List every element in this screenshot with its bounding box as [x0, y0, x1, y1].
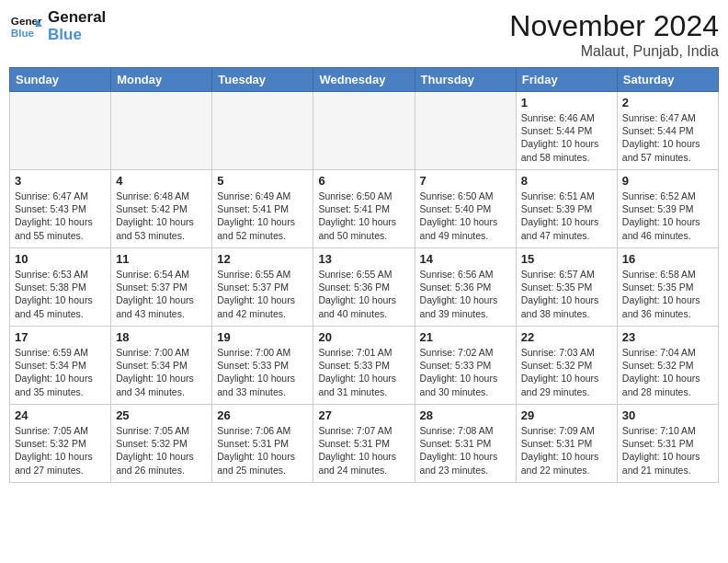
weekday-header: Friday	[516, 68, 617, 92]
weekday-header: Saturday	[617, 68, 718, 92]
day-number: 26	[217, 408, 308, 422]
day-info: Sunrise: 6:50 AM Sunset: 5:41 PM Dayligh…	[318, 190, 409, 242]
day-info: Sunrise: 7:07 AM Sunset: 5:31 PM Dayligh…	[318, 424, 409, 477]
calendar-cell	[415, 92, 516, 170]
day-number: 1	[521, 96, 612, 109]
calendar-cell: 3Sunrise: 6:47 AM Sunset: 5:43 PM Daylig…	[10, 170, 111, 248]
day-info: Sunrise: 6:48 AM Sunset: 5:42 PM Dayligh…	[116, 190, 207, 242]
calendar-cell: 20Sunrise: 7:01 AM Sunset: 5:33 PM Dayli…	[313, 327, 415, 405]
calendar-cell: 27Sunrise: 7:07 AM Sunset: 5:31 PM Dayli…	[313, 405, 415, 483]
day-info: Sunrise: 7:03 AM Sunset: 5:32 PM Dayligh…	[521, 346, 612, 398]
calendar-cell: 2Sunrise: 6:47 AM Sunset: 5:44 PM Daylig…	[617, 92, 718, 170]
calendar-cell: 14Sunrise: 6:56 AM Sunset: 5:36 PM Dayli…	[415, 248, 516, 327]
day-info: Sunrise: 6:47 AM Sunset: 5:43 PM Dayligh…	[15, 190, 106, 242]
calendar-cell	[111, 92, 212, 170]
day-info: Sunrise: 7:00 AM Sunset: 5:33 PM Dayligh…	[217, 346, 308, 398]
weekday-header-row: SundayMondayTuesdayWednesdayThursdayFrid…	[10, 68, 719, 92]
day-number: 10	[15, 252, 106, 266]
calendar-cell: 11Sunrise: 6:54 AM Sunset: 5:37 PM Dayli…	[111, 248, 212, 327]
day-number: 17	[15, 330, 106, 344]
calendar-cell: 18Sunrise: 7:00 AM Sunset: 5:34 PM Dayli…	[111, 327, 212, 405]
day-info: Sunrise: 7:10 AM Sunset: 5:31 PM Dayligh…	[622, 424, 713, 477]
svg-text:Blue: Blue	[11, 26, 35, 38]
day-number: 9	[622, 174, 713, 188]
calendar-cell: 13Sunrise: 6:55 AM Sunset: 5:36 PM Dayli…	[313, 248, 415, 327]
calendar-cell: 5Sunrise: 6:49 AM Sunset: 5:41 PM Daylig…	[212, 170, 313, 248]
calendar-cell: 7Sunrise: 6:50 AM Sunset: 5:40 PM Daylig…	[415, 170, 516, 248]
calendar-week-row: 3Sunrise: 6:47 AM Sunset: 5:43 PM Daylig…	[10, 170, 719, 248]
day-number: 23	[622, 330, 713, 344]
calendar-week-row: 1Sunrise: 6:46 AM Sunset: 5:44 PM Daylig…	[10, 92, 719, 170]
page-header: General Blue General Blue November 2024 …	[9, 9, 719, 60]
calendar-cell: 9Sunrise: 6:52 AM Sunset: 5:39 PM Daylig…	[617, 170, 718, 248]
day-number: 29	[521, 408, 612, 422]
day-info: Sunrise: 6:52 AM Sunset: 5:39 PM Dayligh…	[622, 190, 713, 242]
calendar-cell: 4Sunrise: 6:48 AM Sunset: 5:42 PM Daylig…	[111, 170, 212, 248]
day-number: 21	[420, 330, 511, 344]
day-info: Sunrise: 6:50 AM Sunset: 5:40 PM Dayligh…	[420, 190, 511, 242]
day-number: 22	[521, 330, 612, 344]
day-info: Sunrise: 6:54 AM Sunset: 5:37 PM Dayligh…	[116, 268, 207, 320]
day-info: Sunrise: 6:55 AM Sunset: 5:36 PM Dayligh…	[318, 268, 409, 320]
day-info: Sunrise: 7:02 AM Sunset: 5:33 PM Dayligh…	[420, 346, 511, 398]
calendar-cell: 24Sunrise: 7:05 AM Sunset: 5:32 PM Dayli…	[10, 405, 111, 483]
calendar-cell: 28Sunrise: 7:08 AM Sunset: 5:31 PM Dayli…	[415, 405, 516, 483]
day-number: 30	[622, 408, 713, 422]
day-number: 3	[15, 174, 106, 188]
calendar-cell: 29Sunrise: 7:09 AM Sunset: 5:31 PM Dayli…	[516, 405, 617, 483]
weekday-header: Wednesday	[313, 68, 415, 92]
title-block: November 2024 Malaut, Punjab, India	[509, 9, 719, 60]
day-info: Sunrise: 6:59 AM Sunset: 5:34 PM Dayligh…	[15, 346, 106, 398]
day-info: Sunrise: 6:53 AM Sunset: 5:38 PM Dayligh…	[15, 268, 106, 320]
day-info: Sunrise: 7:09 AM Sunset: 5:31 PM Dayligh…	[521, 424, 612, 477]
day-info: Sunrise: 6:58 AM Sunset: 5:35 PM Dayligh…	[622, 268, 713, 320]
day-number: 14	[420, 252, 511, 266]
calendar-cell: 30Sunrise: 7:10 AM Sunset: 5:31 PM Dayli…	[617, 405, 718, 483]
logo: General Blue General Blue	[9, 9, 106, 43]
day-info: Sunrise: 7:06 AM Sunset: 5:31 PM Dayligh…	[217, 424, 308, 477]
calendar-cell	[10, 92, 111, 170]
location: Malaut, Punjab, India	[509, 43, 719, 60]
calendar-cell: 22Sunrise: 7:03 AM Sunset: 5:32 PM Dayli…	[516, 327, 617, 405]
day-info: Sunrise: 7:00 AM Sunset: 5:34 PM Dayligh…	[116, 346, 207, 398]
weekday-header: Tuesday	[212, 68, 313, 92]
day-info: Sunrise: 6:51 AM Sunset: 5:39 PM Dayligh…	[521, 190, 612, 242]
calendar-week-row: 17Sunrise: 6:59 AM Sunset: 5:34 PM Dayli…	[10, 327, 719, 405]
calendar-week-row: 24Sunrise: 7:05 AM Sunset: 5:32 PM Dayli…	[10, 405, 719, 483]
day-number: 4	[116, 174, 207, 188]
day-number: 24	[15, 408, 106, 422]
calendar-cell: 16Sunrise: 6:58 AM Sunset: 5:35 PM Dayli…	[617, 248, 718, 327]
weekday-header: Monday	[111, 68, 212, 92]
calendar-cell: 12Sunrise: 6:55 AM Sunset: 5:37 PM Dayli…	[212, 248, 313, 327]
day-number: 20	[318, 330, 409, 344]
day-info: Sunrise: 6:56 AM Sunset: 5:36 PM Dayligh…	[420, 268, 511, 320]
day-info: Sunrise: 7:04 AM Sunset: 5:32 PM Dayligh…	[622, 346, 713, 398]
weekday-header: Sunday	[10, 68, 111, 92]
day-info: Sunrise: 6:55 AM Sunset: 5:37 PM Dayligh…	[217, 268, 308, 320]
day-number: 12	[217, 252, 308, 266]
day-info: Sunrise: 7:05 AM Sunset: 5:32 PM Dayligh…	[116, 424, 207, 477]
day-info: Sunrise: 6:49 AM Sunset: 5:41 PM Dayligh…	[217, 190, 308, 242]
day-number: 18	[116, 330, 207, 344]
day-number: 8	[521, 174, 612, 188]
weekday-header: Thursday	[415, 68, 516, 92]
day-number: 16	[622, 252, 713, 266]
day-number: 6	[318, 174, 409, 188]
day-number: 19	[217, 330, 308, 344]
day-number: 25	[116, 408, 207, 422]
day-info: Sunrise: 7:05 AM Sunset: 5:32 PM Dayligh…	[15, 424, 106, 477]
calendar-cell: 8Sunrise: 6:51 AM Sunset: 5:39 PM Daylig…	[516, 170, 617, 248]
calendar-week-row: 10Sunrise: 6:53 AM Sunset: 5:38 PM Dayli…	[10, 248, 719, 327]
calendar-table: SundayMondayTuesdayWednesdayThursdayFrid…	[9, 67, 719, 483]
day-number: 5	[217, 174, 308, 188]
day-info: Sunrise: 6:57 AM Sunset: 5:35 PM Dayligh…	[521, 268, 612, 320]
day-number: 27	[318, 408, 409, 422]
day-number: 15	[521, 252, 612, 266]
calendar-cell	[313, 92, 415, 170]
calendar-cell: 17Sunrise: 6:59 AM Sunset: 5:34 PM Dayli…	[10, 327, 111, 405]
calendar-cell	[212, 92, 313, 170]
day-number: 11	[116, 252, 207, 266]
calendar-cell: 26Sunrise: 7:06 AM Sunset: 5:31 PM Dayli…	[212, 405, 313, 483]
calendar-cell: 10Sunrise: 6:53 AM Sunset: 5:38 PM Dayli…	[10, 248, 111, 327]
logo-icon: General Blue	[9, 10, 42, 43]
